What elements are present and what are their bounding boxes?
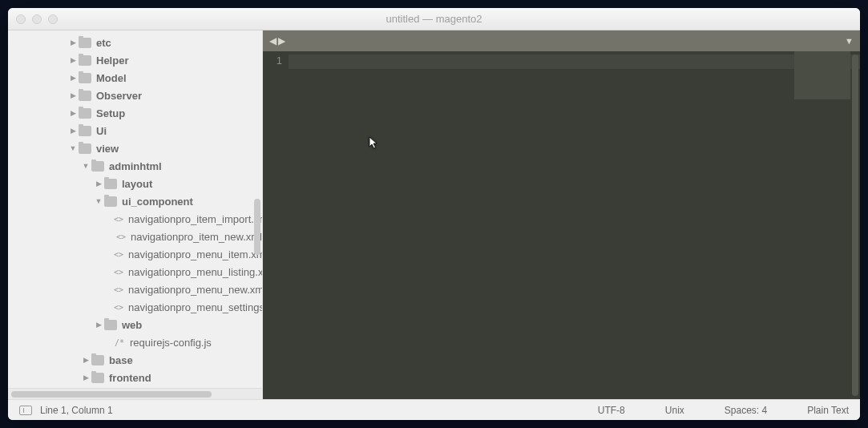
tree-file[interactable]: <>navigationpro_menu_item.xml: [8, 245, 262, 263]
xml-file-icon: <>: [114, 285, 123, 294]
tree-label: navigationpro_menu_listing.xm: [128, 266, 262, 278]
folder-icon: [79, 126, 91, 136]
tree-label: Ui: [96, 125, 107, 137]
tree-label: Setup: [96, 107, 125, 119]
folder-icon: [79, 108, 91, 119]
panel-toggle-icon[interactable]: [19, 406, 32, 415]
tree-label: frontend: [109, 372, 151, 384]
tree-label: web: [122, 319, 142, 331]
file-tree[interactable]: ▶etc▶Helper▶Model▶Observer▶Setup▶Ui▼view…: [8, 30, 262, 388]
disclosure-arrow-icon[interactable]: ▼: [69, 144, 77, 152]
titlebar[interactable]: untitled — magento2: [8, 8, 860, 30]
tree-file[interactable]: <>navigationpro_menu_new.xml: [8, 281, 262, 298]
tree-folder[interactable]: ▶web: [8, 316, 262, 333]
folder-icon: [79, 55, 91, 66]
tree-folder[interactable]: ▼ui_component: [8, 192, 262, 210]
disclosure-arrow-icon[interactable]: ▶: [69, 74, 77, 82]
disclosure-arrow-icon[interactable]: ▶: [69, 109, 77, 117]
tree-folder[interactable]: ▶base: [8, 351, 262, 369]
tree-label: Model: [96, 72, 127, 84]
disclosure-arrow-icon[interactable]: ▼: [82, 162, 90, 170]
tab-bar[interactable]: ◀ ▶ ▼: [263, 30, 860, 51]
tab-menu-icon[interactable]: ▼: [845, 36, 854, 46]
tab-nav: ◀ ▶: [269, 35, 285, 46]
mouse-cursor-icon: [369, 136, 380, 154]
tree-folder[interactable]: ▶Setup: [8, 104, 262, 122]
disclosure-arrow-icon[interactable]: ▶: [95, 180, 103, 188]
sidebar-hscrollbar-track[interactable]: [8, 388, 262, 399]
folder-icon: [91, 373, 104, 383]
window-title: untitled — magento2: [8, 13, 860, 25]
encoding-selector[interactable]: UTF-8: [598, 405, 625, 416]
folder-icon: [91, 161, 104, 172]
traffic-lights: [8, 14, 58, 24]
tree-file[interactable]: /*requirejs-config.js: [8, 333, 262, 351]
disclosure-arrow-icon[interactable]: ▶: [82, 356, 90, 364]
tree-label: navigationpro_menu_item.xml: [128, 248, 262, 260]
folder-icon: [79, 143, 91, 154]
line-number: 1: [263, 55, 282, 67]
tree-file[interactable]: <>navigationpro_item_new.xml: [8, 228, 262, 245]
tree-folder[interactable]: ▶frontend: [8, 369, 262, 386]
xml-file-icon: <>: [114, 250, 123, 259]
disclosure-arrow-icon[interactable]: ▶: [69, 91, 77, 99]
tree-folder[interactable]: ▶Ui: [8, 122, 262, 139]
editor-scrollbar[interactable]: [852, 55, 858, 396]
disclosure-arrow-icon[interactable]: ▶: [82, 373, 90, 382]
editor-pane: ◀ ▶ ▼ 1: [263, 30, 860, 399]
tree-label: navigationpro_menu_settings.x: [128, 301, 262, 313]
line-ending-selector[interactable]: Unix: [665, 405, 684, 416]
tree-label: requirejs-config.js: [130, 337, 212, 349]
tab-prev-icon[interactable]: ◀: [269, 35, 277, 46]
xml-file-icon: <>: [116, 232, 126, 241]
disclosure-arrow-icon[interactable]: ▶: [69, 127, 77, 135]
disclosure-arrow-icon[interactable]: ▶: [95, 321, 103, 329]
tree-label: Helper: [96, 55, 128, 67]
code-content[interactable]: [289, 51, 860, 399]
js-file-icon: /*: [114, 338, 125, 347]
tree-label: layout: [122, 178, 152, 190]
zoom-window-button[interactable]: [48, 14, 58, 24]
folder-icon: [104, 320, 117, 330]
syntax-selector[interactable]: Plain Text: [807, 405, 849, 416]
disclosure-arrow-icon[interactable]: ▶: [69, 38, 77, 46]
tree-folder[interactable]: ▶layout: [8, 175, 262, 192]
indent-selector[interactable]: Spaces: 4: [725, 405, 767, 416]
tree-folder[interactable]: ▶Helper: [8, 51, 262, 69]
folder-icon: [104, 196, 117, 207]
close-window-button[interactable]: [16, 14, 26, 24]
disclosure-arrow-icon[interactable]: ▼: [95, 197, 103, 205]
cursor-position[interactable]: Line 1, Column 1: [40, 405, 113, 416]
sidebar: ▶etc▶Helper▶Model▶Observer▶Setup▶Ui▼view…: [8, 30, 263, 399]
tree-label: ui_component: [122, 196, 193, 208]
tree-label: navigationpro_item_new.xml: [131, 231, 262, 243]
code-area[interactable]: 1: [263, 51, 860, 399]
tree-folder[interactable]: ▶etc: [8, 34, 262, 51]
tree-folder[interactable]: ▼adminhtml: [8, 157, 262, 175]
xml-file-icon: <>: [114, 268, 123, 277]
xml-file-icon: <>: [114, 215, 123, 224]
sidebar-scrollbar[interactable]: [254, 199, 260, 255]
tree-file[interactable]: <>navigationpro_item_import.xm: [8, 210, 262, 228]
tree-label: navigationpro_menu_new.xml: [128, 284, 262, 296]
content-area: ▶etc▶Helper▶Model▶Observer▶Setup▶Ui▼view…: [8, 30, 860, 399]
tree-label: Observer: [96, 90, 142, 102]
tree-folder[interactable]: ▶Model: [8, 69, 262, 87]
tab-next-icon[interactable]: ▶: [278, 35, 285, 46]
folder-icon: [91, 355, 104, 365]
tree-label: navigationpro_item_import.xm: [128, 213, 262, 225]
app-window: untitled — magento2 ▶etc▶Helper▶Model▶Ob…: [8, 8, 860, 420]
minimap[interactable]: [794, 51, 850, 99]
tree-folder[interactable]: ▶Observer: [8, 87, 262, 104]
tree-file[interactable]: <>navigationpro_menu_settings.x: [8, 298, 262, 316]
tree-folder[interactable]: ▼view: [8, 139, 262, 157]
minimize-window-button[interactable]: [32, 14, 42, 24]
tree-label: adminhtml: [109, 160, 162, 172]
tree-file[interactable]: <>navigationpro_menu_listing.xm: [8, 263, 262, 281]
tree-label: etc: [96, 37, 111, 49]
tree-label: view: [96, 143, 119, 155]
sidebar-hscrollbar-thumb[interactable]: [11, 391, 212, 398]
folder-icon: [79, 91, 91, 101]
folder-icon: [79, 38, 91, 48]
disclosure-arrow-icon[interactable]: ▶: [69, 56, 77, 64]
